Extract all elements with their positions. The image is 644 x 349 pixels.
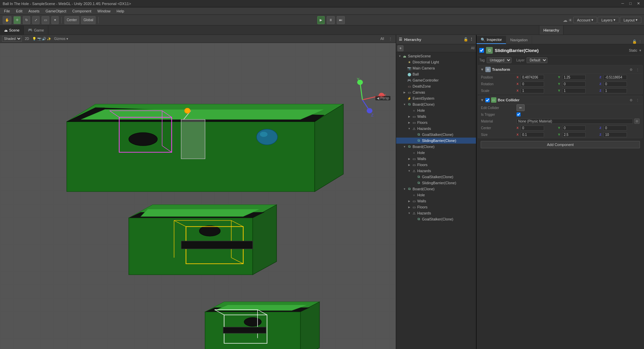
scale-x-input[interactable]	[521, 88, 544, 93]
gizmos-btn[interactable]: Gizmos ▾	[52, 37, 70, 41]
hier-goalstalker2[interactable]: ⧉ GoalStalker(Clone)	[396, 174, 476, 180]
global-btn[interactable]: Global	[81, 16, 96, 24]
game-tab[interactable]: 🎮 Game	[24, 26, 48, 35]
hier-walls3[interactable]: ▶ ▭ Walls	[396, 198, 476, 204]
menu-help[interactable]: Help	[114, 8, 127, 14]
2d-btn[interactable]: 2D	[23, 37, 31, 41]
hier-hazards3[interactable]: ▼ ⚠ Hazards	[396, 210, 476, 216]
tool-rect[interactable]: ▭	[42, 16, 49, 24]
hier-board3[interactable]: ▼ ⧉ Board(Clone)	[396, 186, 476, 192]
scale-z-input[interactable]	[603, 88, 627, 93]
center-y-input[interactable]	[562, 126, 586, 131]
inspector-tab[interactable]: 🔍 Inspector	[477, 36, 506, 44]
hier-samplescene[interactable]: ▼ ⛰ SampleScene	[396, 53, 476, 59]
bc-menu-btn[interactable]: ⋮	[635, 97, 640, 103]
hier-goalstalker3[interactable]: ⧉ GoalStalker(Clone)	[396, 216, 476, 222]
inspector-menu-icon[interactable]: ⋮	[638, 40, 642, 44]
center-x-input[interactable]	[521, 126, 544, 131]
hier-floors3[interactable]: ▶ ▭ Floors	[396, 204, 476, 210]
hier-floors2[interactable]: ▶ ▭ Floors	[396, 162, 476, 168]
size-y-input[interactable]	[562, 132, 586, 137]
hier-goalstalker1[interactable]: ⧉ GoalStalker(Clone)	[396, 132, 476, 138]
hier-walls2[interactable]: ▶ ▭ Walls	[396, 156, 476, 162]
hierarchy-list[interactable]: ▼ ⛰ SampleScene ☀ Directional Light 📷 Ma…	[396, 52, 476, 349]
hier-floors1[interactable]: ▶ ▭ Floors	[396, 119, 476, 126]
step-button[interactable]: ⏭	[337, 16, 345, 24]
scene-tab[interactable]: ⛰ Scene	[0, 26, 24, 35]
play-button[interactable]: ▶	[317, 16, 325, 24]
hier-slidingbarrier1[interactable]: ⧉ SlidingBarrier(Clone)	[396, 138, 476, 144]
boxcollider-header[interactable]: ▼ ▭ Box Collider ⚙ ⋮	[478, 96, 642, 104]
transform-more-btn[interactable]: ⋮	[635, 67, 640, 72]
rot-x-axis: X	[517, 82, 520, 86]
menu-component[interactable]: Component	[69, 8, 94, 14]
tag-dropdown[interactable]: Untagged	[487, 57, 512, 63]
pause-button[interactable]: ⏸	[327, 16, 335, 24]
is-trigger-checkbox[interactable]	[517, 112, 521, 116]
hier-hole1[interactable]: ○ Hole	[396, 107, 476, 113]
hier-board1[interactable]: ▼ ⧉ Board(Clone)	[396, 101, 476, 107]
menu-window[interactable]: Window	[95, 8, 113, 14]
size-x-input[interactable]	[521, 132, 544, 137]
hier-slidingbarrier2[interactable]: ⧉ SlidingBarrier(Clone)	[396, 180, 476, 186]
tool-combined[interactable]: ✦	[51, 16, 59, 24]
bc-enabled-checkbox[interactable]	[485, 98, 490, 102]
inspector-lock-icon[interactable]: 🔓	[632, 40, 637, 44]
center-btn[interactable]: Center	[64, 16, 79, 24]
object-active-checkbox[interactable]	[479, 48, 484, 53]
hier-hole3[interactable]: ○ Hole	[396, 192, 476, 198]
close-btn[interactable]: ✕	[636, 1, 641, 6]
bc-settings-btn[interactable]: ⚙	[628, 97, 634, 103]
minimize-btn[interactable]: ─	[620, 1, 626, 6]
shaded-dropdown[interactable]: Shaded	[2, 36, 22, 42]
maximize-btn[interactable]: □	[628, 1, 633, 6]
hier-hazards2[interactable]: ▼ ⚠ Hazards	[396, 168, 476, 174]
pos-x-input[interactable]	[521, 75, 544, 80]
hierarchy-menu-icon[interactable]: ⋮	[470, 37, 473, 42]
add-component-button[interactable]: Add Component	[481, 141, 640, 148]
layout-button[interactable]: Layout ▾	[620, 17, 641, 23]
hier-gamecontroller[interactable]: 🎮 GameController	[396, 77, 476, 83]
hier-directional-light[interactable]: ☀ Directional Light	[396, 59, 476, 65]
hier-canvas[interactable]: ▶ ▭ Canvas	[396, 89, 476, 95]
tool-hand[interactable]: ✋	[3, 16, 11, 24]
center-z-input[interactable]	[603, 126, 627, 131]
edit-collider-btn[interactable]: ✏	[517, 104, 525, 111]
scale-y-input[interactable]	[562, 88, 586, 93]
all-btn[interactable]: All	[379, 37, 386, 41]
hier-hole2[interactable]: ○ Hole	[396, 150, 476, 156]
scene-settings-btn[interactable]: ⋮	[387, 37, 394, 41]
hier-eventsystem[interactable]: ⚡ EventSystem	[396, 95, 476, 101]
account-button[interactable]: Account ▾	[573, 17, 597, 23]
hier-hazards1[interactable]: ▼ ⚠ Hazards	[396, 126, 476, 132]
hier-ball[interactable]: ⬤ Ball	[396, 71, 476, 77]
hierarchy-tab[interactable]: Hierarchy	[539, 26, 564, 35]
tool-scale[interactable]: ⤢	[32, 16, 40, 24]
rot-x-input[interactable]	[521, 82, 544, 87]
tool-rotate[interactable]: ↻	[23, 16, 30, 24]
rot-z-input[interactable]	[603, 82, 627, 87]
hier-board2[interactable]: ▼ ⧉ Board(Clone)	[396, 144, 476, 150]
layers-button[interactable]: Layers ▾	[598, 17, 619, 23]
hier-walls1[interactable]: ▶ ▭ Walls	[396, 113, 476, 119]
pos-y-input[interactable]	[562, 75, 586, 80]
hier-deathzone[interactable]: ▭ DeathZone	[396, 83, 476, 89]
menu-assets[interactable]: Assets	[26, 8, 42, 14]
navigation-tab[interactable]: Navigation	[506, 36, 532, 44]
static-chevron[interactable]: ▾	[639, 48, 641, 53]
hier-main-camera[interactable]: 📷 Main Camera	[396, 65, 476, 71]
menu-file[interactable]: File	[1, 8, 13, 14]
menu-gameobject[interactable]: GameObject	[43, 8, 69, 14]
rot-y-input[interactable]	[562, 82, 586, 87]
pos-z-input[interactable]	[603, 75, 627, 80]
size-z-input[interactable]	[603, 132, 627, 137]
hierarchy-add-btn[interactable]: +	[397, 45, 404, 51]
layer-dropdown[interactable]: Default	[527, 57, 547, 63]
menu-edit[interactable]: Edit	[13, 8, 25, 14]
hierarchy-lock-icon[interactable]: 🔓	[464, 37, 468, 42]
tool-move[interactable]: ✛	[13, 16, 21, 24]
scene-viewport[interactable]: X Y Z ◀ Persp	[0, 43, 396, 349]
material-select-btn[interactable]: ⊙	[634, 118, 640, 124]
transform-header[interactable]: ▼ ⊕ Transform ⚙ ⋮	[478, 65, 642, 74]
transform-settings-btn[interactable]: ⚙	[628, 67, 634, 72]
